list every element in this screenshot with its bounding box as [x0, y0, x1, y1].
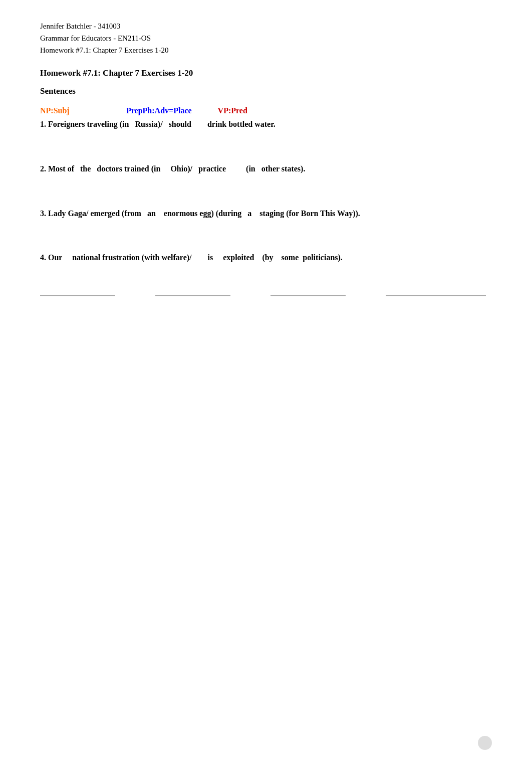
sentence-line-3: 3. Lady Gaga/ emerged (from an enormous … — [40, 207, 492, 221]
divider-3 — [271, 295, 346, 296]
sentence-1-should: should — [165, 117, 191, 132]
sentence-block-1: NP:Subj PrepPh:Adv=Place VP:Pred 1. Fore… — [40, 106, 492, 132]
page-decoration — [478, 736, 492, 750]
header-line2: Grammar for Educators - EN211-OS — [40, 32, 492, 44]
divider-1 — [40, 295, 115, 296]
sentence-3-text: 3. Lady Gaga/ emerged (from an enormous … — [40, 207, 360, 221]
sentence-1-number: 1. Foreigners traveling (in Russia)/ — [40, 117, 163, 132]
sentence-block-4: 4. Our national frustration (with welfar… — [40, 251, 492, 265]
sentence-block-2: 2. Most of the doctors trained (in Ohio)… — [40, 162, 492, 176]
sentence-4-text: 4. Our national frustration (with welfar… — [40, 251, 343, 265]
sentence-1-rest: drink bottled water. — [193, 117, 276, 132]
sentence-2-text: 2. Most of the doctors trained (in Ohio)… — [40, 162, 305, 176]
header-line1: Jennifer Batchler - 341003 — [40, 20, 492, 32]
divider-2 — [155, 295, 230, 296]
vp-pred-label: VP:Pred — [218, 106, 247, 115]
sentence-line-4: 4. Our national frustration (with welfar… — [40, 251, 492, 265]
sentence-line-2: 2. Most of the doctors trained (in Ohio)… — [40, 162, 492, 176]
sentence-line-1: 1. Foreigners traveling (in Russia)/ sho… — [40, 117, 492, 132]
label-row-1: NP:Subj PrepPh:Adv=Place VP:Pred — [40, 106, 492, 115]
np-subj-label: NP:Subj — [40, 106, 110, 115]
prep-ph-label: PrepPh:Adv=Place — [126, 106, 192, 115]
sentence-block-3: 3. Lady Gaga/ emerged (from an enormous … — [40, 207, 492, 221]
section-title: Sentences — [40, 86, 492, 96]
header-info: Jennifer Batchler - 341003 Grammar for E… — [40, 20, 492, 56]
header-line3: Homework #7.1: Chapter 7 Exercises 1-20 — [40, 44, 492, 56]
homework-title: Homework #7.1: Chapter 7 Exercises 1-20 — [40, 68, 492, 78]
divider-row — [40, 295, 492, 296]
divider-4 — [386, 295, 486, 296]
